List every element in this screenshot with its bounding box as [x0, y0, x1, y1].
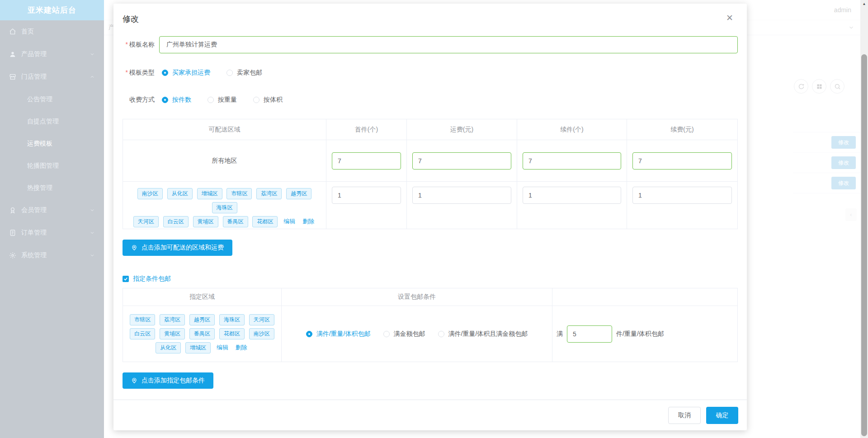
threshold-cell: 满 件/重量/体积包邮 [552, 306, 738, 362]
charge-method-row: 收费方式 按件数 按重量 按体积 [123, 96, 738, 104]
region-tag: 白云区 [163, 216, 189, 227]
radio-qty-and-amount-free[interactable]: 满件/重量/体积且满金额包邮 [438, 330, 528, 338]
radio-label: 满件/重量/体积且满金额包邮 [448, 330, 528, 338]
browser-scrollbar[interactable]: ▲ [860, 0, 868, 438]
free-condition-radio-group: 满件/重量/体积包邮 满金额包邮 满件/重量/体积且满金额包邮 [282, 330, 552, 338]
radio-unselected-icon [253, 97, 259, 103]
radio-selected-icon [162, 97, 168, 103]
radio-by-piece[interactable]: 按件数 [162, 96, 191, 104]
tag-line: 白云区 黄埔区 番禺区 花都区 南沙区 [123, 327, 281, 341]
region-tag: 荔湾区 [256, 188, 282, 199]
radio-label: 按件数 [172, 96, 191, 104]
fee-tiers-table: 可配送区域 首件(个) 运费(元) 续件(个) 续费(元) 所有地区 南沙区 从… [123, 119, 738, 229]
delete-regions-link[interactable]: 删除 [236, 344, 247, 351]
region-tag: 从化区 [156, 342, 181, 353]
dialog-body: *模板名称 *模板类型 买家承担运费 卖家包邮 收费方式 按 [113, 36, 747, 389]
threshold-suffix-label: 件/重量/体积包邮 [616, 330, 664, 338]
additional-qty-input[interactable] [523, 152, 621, 170]
radio-amount-free[interactable]: 满金额包邮 [383, 330, 425, 338]
dialog-header: 修改 ✕ [113, 4, 747, 24]
free-shipping-row: 市辖区 荔湾区 越秀区 海珠区 天河区 白云区 黄埔区 番禺区 花都区 南沙区 [123, 306, 738, 362]
scrollbar-thumb[interactable] [861, 54, 867, 436]
column-header-additional-qty: 续件(个) [517, 119, 627, 140]
fee-row-districts: 南沙区 从化区 增城区 市辖区 荔湾区 越秀区 海珠区 天河区 白云区 黄埔区 … [123, 182, 738, 229]
tag-line: 从化区 增城区 编辑 删除 [123, 341, 281, 355]
additional-qty-input[interactable] [523, 187, 621, 204]
template-name-row: *模板名称 [123, 36, 738, 53]
radio-selected-icon [162, 70, 168, 76]
region-tag: 花都区 [252, 216, 278, 227]
additional-fee-input[interactable] [632, 152, 732, 170]
column-header-specified-region: 指定区域 [123, 288, 282, 306]
column-header-blank [552, 288, 738, 306]
radio-unselected-icon [438, 331, 444, 337]
first-qty-input[interactable] [332, 187, 401, 204]
add-condition-button[interactable]: 点击添加指定包邮条件 [123, 372, 213, 389]
add-region-button-label: 点击添加可配送的区域和运费 [142, 244, 224, 252]
checkbox-checked-icon[interactable] [123, 276, 129, 282]
charge-method-label: 收费方式 [123, 96, 159, 104]
required-asterisk: * [126, 41, 128, 48]
edit-regions-link[interactable]: 编辑 [217, 344, 228, 351]
fee-table-header-row: 可配送区域 首件(个) 运费(元) 续件(个) 续费(元) [123, 119, 738, 140]
tag-line: 市辖区 荔湾区 越秀区 海珠区 天河区 [123, 313, 281, 327]
radio-qty-free[interactable]: 满件/重量/体积包邮 [306, 330, 371, 338]
dialog-title: 修改 [123, 14, 139, 24]
region-tag: 市辖区 [226, 188, 252, 199]
fee-input[interactable] [412, 152, 511, 170]
tag-line: 南沙区 从化区 增城区 市辖区 荔湾区 越秀区 海珠区 [123, 187, 326, 215]
region-tag: 天河区 [133, 216, 159, 227]
threshold-prefix-label: 满 [557, 330, 563, 338]
template-name-label: *模板名称 [123, 41, 159, 49]
additional-fee-input[interactable] [632, 187, 732, 204]
location-pin-icon [131, 377, 137, 384]
radio-buyer-pays[interactable]: 买家承担运费 [162, 69, 210, 77]
add-condition-button-label: 点击添加指定包邮条件 [142, 377, 205, 385]
close-icon[interactable]: ✕ [726, 14, 733, 22]
specified-region-cell: 市辖区 荔湾区 越秀区 海珠区 天河区 白云区 黄埔区 番禺区 花都区 南沙区 [123, 306, 282, 362]
fee-input[interactable] [412, 187, 511, 204]
threshold-input[interactable] [567, 325, 612, 343]
scroll-up-arrow[interactable]: ▲ [860, 0, 868, 7]
region-tag: 海珠区 [212, 202, 237, 213]
conditional-free-shipping-label[interactable]: 指定条件包邮 [133, 275, 171, 283]
edit-regions-link[interactable]: 编辑 [283, 218, 295, 225]
radio-label: 买家承担运费 [172, 69, 210, 77]
region-tag: 花都区 [219, 328, 245, 339]
region-tag: 海珠区 [219, 314, 245, 325]
confirm-button[interactable]: 确定 [706, 407, 738, 424]
region-tag: 天河区 [249, 314, 274, 325]
dialog-footer: 取消 确定 [113, 400, 747, 430]
region-cell: 所有地区 [123, 140, 326, 182]
column-header-additional-fee: 续费(元) [627, 119, 738, 140]
location-pin-icon [131, 245, 137, 251]
radio-by-volume[interactable]: 按体积 [253, 96, 283, 104]
delete-regions-link[interactable]: 删除 [302, 218, 314, 225]
region-tag: 番禺区 [223, 216, 248, 227]
template-type-row: *模板类型 买家承担运费 卖家包邮 [123, 69, 738, 77]
radio-unselected-icon [226, 70, 233, 76]
region-tag: 从化区 [167, 188, 193, 199]
radio-selected-icon [306, 331, 312, 337]
free-shipping-header-row: 指定区域 设置包邮条件 [123, 288, 738, 306]
region-tag: 黄埔区 [193, 216, 218, 227]
free-condition-cell: 满件/重量/体积包邮 满金额包邮 满件/重量/体积且满金额包邮 [282, 306, 552, 362]
tag-line: 天河区 白云区 黄埔区 番禺区 花都区 编辑 删除 [123, 215, 326, 229]
radio-label: 卖家包邮 [237, 69, 262, 77]
column-header-region: 可配送区域 [123, 119, 326, 140]
column-header-fee: 运费(元) [407, 119, 517, 140]
radio-by-weight[interactable]: 按重量 [208, 96, 237, 104]
first-qty-input[interactable] [332, 152, 401, 170]
region-tag: 荔湾区 [160, 314, 185, 325]
template-name-input[interactable] [159, 36, 738, 53]
add-region-button[interactable]: 点击添加可配送的区域和运费 [123, 240, 232, 256]
region-tags-cell: 南沙区 从化区 增城区 市辖区 荔湾区 越秀区 海珠区 天河区 白云区 黄埔区 … [123, 182, 326, 229]
region-tag: 南沙区 [137, 188, 163, 199]
conditional-free-shipping-row: 指定条件包邮 [123, 275, 738, 283]
radio-seller-free[interactable]: 卖家包邮 [226, 69, 262, 77]
region-tag: 白云区 [130, 328, 155, 339]
region-tag: 黄埔区 [160, 328, 185, 339]
cancel-button[interactable]: 取消 [668, 407, 701, 424]
radio-unselected-icon [383, 331, 390, 337]
region-tag: 越秀区 [286, 188, 311, 199]
